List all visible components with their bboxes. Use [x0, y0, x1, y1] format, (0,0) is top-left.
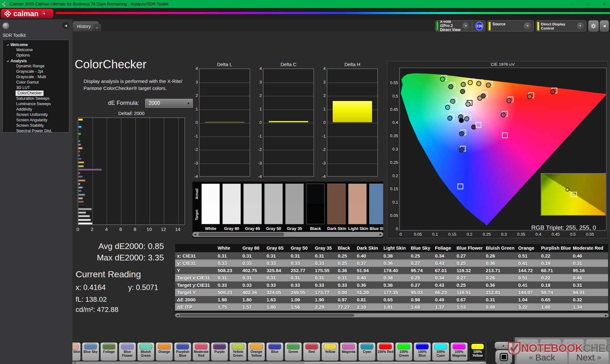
table-scroll-thumb[interactable]: [180, 314, 354, 317]
patch-button-green[interactable]: Green: [285, 342, 302, 361]
de-bar-blue-flower: [78, 186, 83, 189]
back-button[interactable]: « Back: [517, 351, 567, 364]
sidebar-item-screen-stability[interactable]: Screen Stability: [3, 123, 69, 128]
swatch-scroll-thumb[interactable]: [198, 233, 284, 236]
sidebar-collapse-button[interactable]: ◀: [62, 22, 69, 29]
stop-button[interactable]: ■: [540, 339, 561, 351]
calman-diamond-icon: [2, 2, 7, 7]
sidebar-item-additivity[interactable]: Additivity: [3, 107, 69, 112]
patch-button-magenta[interactable]: Magenta: [340, 342, 357, 361]
stop-icon: [500, 353, 508, 361]
scroll-right-icon[interactable]: ▶: [378, 232, 383, 237]
display-control-chevron-down-icon[interactable]: ▼: [577, 22, 584, 30]
tree-group-welcome[interactable]: Welcome: [3, 42, 69, 47]
swatch-gray-80[interactable]: [222, 184, 241, 224]
strip-collapse-button[interactable]: ▲: [495, 342, 512, 349]
patch-button-moderate-red[interactable]: Moderate Red: [193, 342, 210, 361]
de-formula-select[interactable]: 2000▼: [145, 99, 193, 108]
patch-button-blue-sky[interactable]: Blue Sky: [82, 342, 99, 361]
patch-button-100-yellow[interactable]: 100% Yellow: [469, 342, 486, 361]
tree-group-analysis[interactable]: Analysis: [3, 58, 69, 64]
row-label: Y: [175, 267, 216, 274]
patch-button-100-red[interactable]: 100% Red: [377, 342, 394, 361]
close-icon[interactable]: ✕: [602, 2, 607, 6]
swatch-white[interactable]: [201, 184, 220, 224]
sidebar-item-color-gamut[interactable]: Color Gamut: [3, 80, 69, 85]
table-cell: 213.71: [484, 267, 516, 274]
patch-strip-scrollbar[interactable]: ◀: [72, 361, 486, 364]
swatch-light-skin[interactable]: [348, 184, 367, 224]
patch-button-100-blue[interactable]: 100% Blue: [414, 342, 431, 361]
sidebar-item-options[interactable]: Options: [3, 53, 69, 58]
sidebar-item-grayscale-2pt[interactable]: Grayscale - 2pt: [3, 69, 69, 74]
collapse-panel-button[interactable]: ◀: [600, 20, 609, 31]
loop-icon: ∞: [594, 342, 598, 348]
source-dropdown[interactable]: Source ▼: [487, 20, 534, 31]
play-button[interactable]: ▶: [517, 339, 538, 351]
x-tick-label: 0.35: [515, 232, 527, 237]
patch-button-100-green[interactable]: 100% Green: [395, 342, 412, 361]
scroll-left-icon[interactable]: ◀: [193, 232, 198, 237]
sidebar-item-dynamic-range[interactable]: Dynamic Range: [3, 64, 69, 69]
sdr-tree: WelcomeWelcomeOptionsAnalysisDynamic Ran…: [3, 40, 69, 132]
patch-button-blue[interactable]: Blue: [266, 342, 283, 361]
swatch-gray-65[interactable]: [243, 184, 262, 224]
patch-button-orange-yellow[interactable]: Orange Yellow: [248, 342, 265, 361]
swatch-black[interactable]: [306, 184, 325, 224]
source-chevron-down-icon[interactable]: ▼: [524, 22, 532, 30]
scroll-left-icon[interactable]: ◀: [72, 361, 77, 364]
patch-button-blue-flower[interactable]: Blue Flower: [119, 342, 136, 361]
next-button[interactable]: Next »: [569, 351, 609, 364]
patch-button-100-cyan[interactable]: 100% Cyan: [432, 342, 449, 361]
patch-button-orange[interactable]: Orange: [156, 342, 173, 361]
patch-button-red[interactable]: Red: [303, 342, 320, 361]
sidebar-item-grayscale-multi[interactable]: Grayscale - Multi: [3, 74, 69, 80]
patch-button-yellow[interactable]: Yellow: [322, 342, 339, 361]
patch-button-foliage[interactable]: Foliage: [100, 342, 118, 361]
y-tick-label: 0.2: [387, 173, 398, 178]
sidebar-item-3d-lut[interactable]: 3D LUT: [3, 85, 69, 91]
de-bar-orange: [78, 179, 85, 182]
maximize-icon[interactable]: □: [586, 2, 591, 6]
scroll-right-icon[interactable]: ▶: [604, 313, 609, 317]
swatch-gray-50[interactable]: [264, 184, 283, 224]
target-square-100-magenta-target: [502, 133, 507, 138]
settings-button[interactable]: [588, 20, 599, 31]
patch-button-cyan[interactable]: Cyan: [358, 342, 376, 361]
y-tick-label: -2: [190, 147, 198, 152]
meter-count-badge[interactable]: 235: [476, 22, 483, 30]
patch-strip-scroll-thumb[interactable]: [304, 362, 484, 363]
meter-dropdown[interactable]: X-Rite i1Pro 2 Direct View ▼ 235: [435, 20, 485, 31]
row-label: y: CIE31: [175, 260, 216, 267]
sidebar-item-luminance-sweeps[interactable]: Luminance Sweeps: [3, 101, 69, 107]
sidebar-item-colorchecker[interactable]: ColorChecker: [16, 91, 44, 96]
table-cell: 0.22: [539, 274, 571, 281]
patch-button-purplish-blue[interactable]: Purplish Blue: [174, 342, 191, 361]
sidebar-item-spectral-power-dist[interactable]: Spectral Power Dist.: [3, 128, 69, 132]
patch-button-100-magenta[interactable]: 100% Magenta: [451, 342, 468, 361]
display-control-dropdown[interactable]: Direct Display Control ▼: [536, 20, 586, 31]
loop-button[interactable]: ∞: [586, 339, 607, 351]
patch-button-yellow-green[interactable]: Yellow Green: [229, 342, 247, 361]
patch-button-bluish-green[interactable]: Bluish Green: [137, 342, 154, 361]
sidebar-status-dot-icon[interactable]: [3, 23, 9, 29]
meter-chevron-down-icon[interactable]: ▼: [463, 22, 469, 30]
add-tab-button[interactable]: +: [93, 24, 101, 31]
swatch-dark-skin[interactable]: [327, 184, 346, 224]
window-button[interactable]: w: [563, 339, 584, 351]
table-scrollbar[interactable]: ◀ ▶: [175, 313, 609, 317]
swatch-blue-sky[interactable]: [369, 184, 383, 224]
calman-menu-button[interactable]: calman ▼: [1, 9, 53, 18]
sidebar-item-welcome[interactable]: Welcome: [3, 47, 69, 53]
sidebar-item-screen-uniformity[interactable]: Screen Uniformity: [3, 112, 69, 118]
patch-button-light-skin[interactable]: Light Skin: [72, 342, 81, 361]
patch-button-purple[interactable]: Purple: [211, 342, 228, 361]
table-cell: 1.90: [313, 296, 336, 303]
swatch-gray-35[interactable]: [285, 184, 304, 224]
stop-measure-button[interactable]: [495, 350, 512, 364]
swatch-scrollbar[interactable]: ◀ ▶: [193, 232, 383, 237]
sidebar-item-screen-angularity[interactable]: Screen Angularity: [3, 118, 69, 123]
swatch-target: [265, 204, 282, 224]
minimize-icon[interactable]: ─: [570, 2, 575, 6]
sidebar-item-saturation-sweeps[interactable]: Saturation Sweeps: [3, 96, 69, 101]
